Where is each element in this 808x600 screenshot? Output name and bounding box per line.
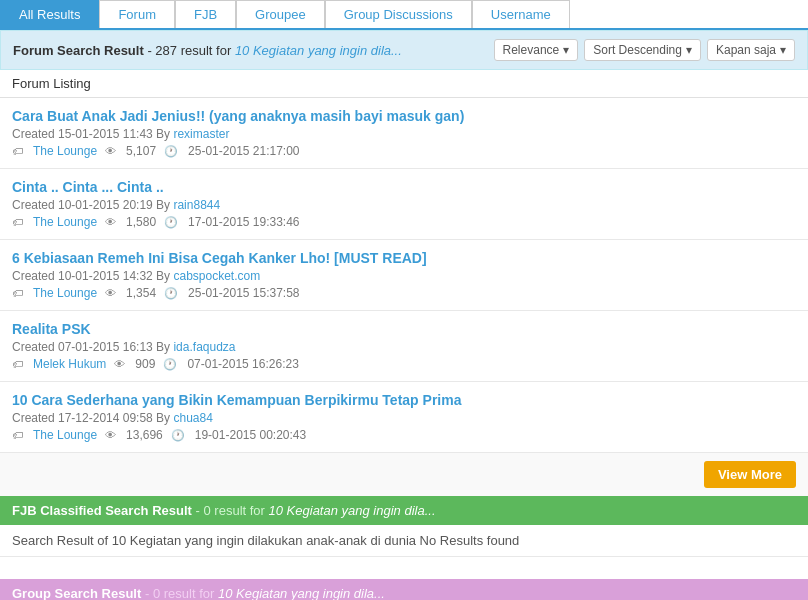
clock-icon: 🕐: [163, 358, 177, 371]
forum-item-tag-2[interactable]: The Lounge: [33, 286, 97, 300]
forum-search-count-text: - 287 result for: [147, 43, 234, 58]
forum-item-tags-4: 🏷 The Lounge 👁 13,696 🕐 19-01-2015 00:20…: [12, 428, 796, 442]
forum-item-tags-2: 🏷 The Lounge 👁 1,354 🕐 25-01-2015 15:37:…: [12, 286, 796, 300]
forum-items-list: Cara Buat Anak Jadi Jenius!! (yang anakn…: [0, 98, 808, 453]
group-search-header: Group Search Result - 0 result for 10 Ke…: [0, 579, 808, 600]
forum-search-title-text: Forum Search Result: [13, 43, 144, 58]
eye-icon: 👁: [105, 429, 116, 441]
forum-item-tag-1[interactable]: The Lounge: [33, 215, 97, 229]
forum-item-author-4[interactable]: chua84: [173, 411, 212, 425]
tab-username[interactable]: Username: [472, 0, 570, 28]
tab-groupee[interactable]: Groupee: [236, 0, 325, 28]
tab-bar: All Results Forum FJB Groupee Group Disc…: [0, 0, 808, 30]
tab-fjb[interactable]: FJB: [175, 0, 236, 28]
date-dropdown[interactable]: Kapan saja ▾: [707, 39, 795, 61]
view-more-button[interactable]: View More: [704, 461, 796, 488]
forum-item-meta-1: Created 10-01-2015 20:19 By rain8844: [12, 198, 796, 212]
sort-dropdown[interactable]: Sort Descending ▾: [584, 39, 701, 61]
eye-icon: 👁: [114, 358, 125, 370]
forum-search-title: Forum Search Result - 287 result for 10 …: [13, 43, 402, 58]
search-controls: Relevance ▾ Sort Descending ▾ Kapan saja…: [494, 39, 795, 61]
eye-icon: 👁: [105, 287, 116, 299]
forum-item-title-1[interactable]: Cinta .. Cinta ... Cinta ..: [12, 179, 164, 195]
forum-item-tag-4[interactable]: The Lounge: [33, 428, 97, 442]
chevron-down-icon: ▾: [563, 43, 569, 57]
tag-icon: 🏷: [12, 358, 23, 370]
clock-icon: 🕐: [164, 145, 178, 158]
forum-item-title-3[interactable]: Realita PSK: [12, 321, 91, 337]
forum-search-header: Forum Search Result - 287 result for 10 …: [0, 30, 808, 70]
fjb-no-result: Search Result of 10 Kegiatan yang ingin …: [0, 525, 808, 557]
forum-item-author-0[interactable]: reximaster: [173, 127, 229, 141]
forum-item-meta-3: Created 07-01-2015 16:13 By ida.faqudza: [12, 340, 796, 354]
clock-icon: 🕐: [164, 216, 178, 229]
forum-item-title-0[interactable]: Cara Buat Anak Jadi Jenius!! (yang anakn…: [12, 108, 464, 124]
chevron-down-icon: ▾: [686, 43, 692, 57]
tag-icon: 🏷: [12, 216, 23, 228]
eye-icon: 👁: [105, 216, 116, 228]
clock-icon: 🕐: [171, 429, 185, 442]
group-title: Group Search Result: [12, 586, 141, 600]
forum-item-3: Realita PSK Created 07-01-2015 16:13 By …: [0, 311, 808, 382]
forum-item-tag-0[interactable]: The Lounge: [33, 144, 97, 158]
eye-icon: 👁: [105, 145, 116, 157]
forum-item-title-2[interactable]: 6 Kebiasaan Remeh Ini Bisa Cegah Kanker …: [12, 250, 427, 266]
clock-icon: 🕐: [164, 287, 178, 300]
tab-all-results[interactable]: All Results: [0, 0, 99, 28]
forum-item-tags-1: 🏷 The Lounge 👁 1,580 🕐 17-01-2015 19:33:…: [12, 215, 796, 229]
group-count: - 0 result for: [145, 586, 218, 600]
fjb-count: - 0 result for: [196, 503, 269, 518]
chevron-down-icon: ▾: [780, 43, 786, 57]
view-more-row: View More: [0, 453, 808, 496]
forum-item-4: 10 Cara Sederhana yang Bikin Kemampuan B…: [0, 382, 808, 453]
forum-item-author-3[interactable]: ida.faqudza: [173, 340, 235, 354]
fjb-title: FJB Classified Search Result: [12, 503, 192, 518]
tag-icon: 🏷: [12, 429, 23, 441]
forum-listing-label: Forum Listing: [0, 70, 808, 98]
tab-forum[interactable]: Forum: [99, 0, 175, 28]
fjb-query: 10 Kegiatan yang ingin dila...: [269, 503, 436, 518]
tag-icon: 🏷: [12, 145, 23, 157]
forum-item-meta-2: Created 10-01-2015 14:32 By cabspocket.c…: [12, 269, 796, 283]
fjb-search-header: FJB Classified Search Result - 0 result …: [0, 496, 808, 525]
forum-item-author-2[interactable]: cabspocket.com: [173, 269, 260, 283]
forum-item-0: Cara Buat Anak Jadi Jenius!! (yang anakn…: [0, 98, 808, 169]
forum-item-2: 6 Kebiasaan Remeh Ini Bisa Cegah Kanker …: [0, 240, 808, 311]
forum-item-1: Cinta .. Cinta ... Cinta .. Created 10-0…: [0, 169, 808, 240]
forum-item-tags-0: 🏷 The Lounge 👁 5,107 🕐 25-01-2015 21:17:…: [12, 144, 796, 158]
forum-item-author-1[interactable]: rain8844: [173, 198, 220, 212]
forum-item-meta-4: Created 17-12-2014 09:58 By chua84: [12, 411, 796, 425]
forum-search-query: 10 Kegiatan yang ingin dila...: [235, 43, 402, 58]
relevance-dropdown[interactable]: Relevance ▾: [494, 39, 579, 61]
forum-item-title-4[interactable]: 10 Cara Sederhana yang Bikin Kemampuan B…: [12, 392, 461, 408]
forum-item-meta-0: Created 15-01-2015 11:43 By reximaster: [12, 127, 796, 141]
forum-item-tags-3: 🏷 Melek Hukum 👁 909 🕐 07-01-2015 16:26:2…: [12, 357, 796, 371]
forum-item-tag-3[interactable]: Melek Hukum: [33, 357, 106, 371]
group-query: 10 Kegiatan yang ingin dila...: [218, 586, 385, 600]
tag-icon: 🏷: [12, 287, 23, 299]
tab-group-discussions[interactable]: Group Discussions: [325, 0, 472, 28]
